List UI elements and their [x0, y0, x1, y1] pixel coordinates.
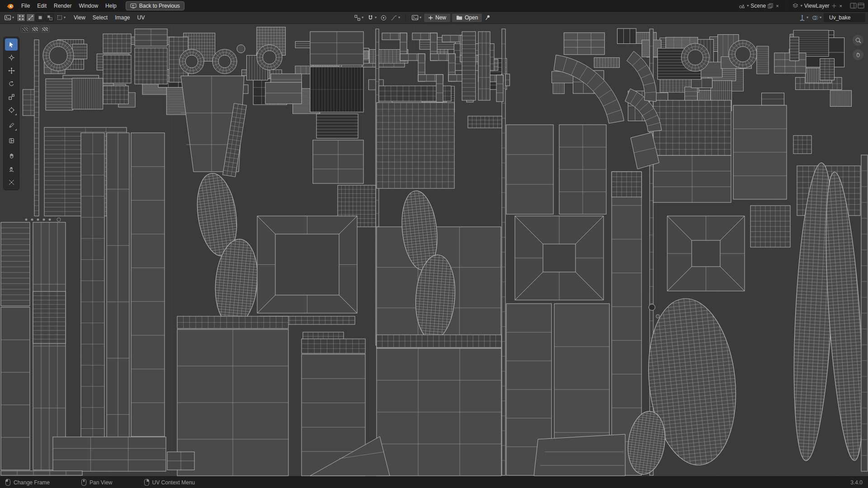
zoom-icon [855, 37, 862, 44]
proportional-icon [380, 14, 387, 21]
uv-select-mode-group [17, 14, 54, 22]
pin-image-button[interactable] [483, 14, 492, 22]
move-tool[interactable] [5, 65, 18, 77]
scene-selector[interactable]: ▾ Scene × [736, 2, 782, 9]
menu-help[interactable]: Help [102, 1, 120, 10]
move-icon [8, 67, 15, 74]
scale-icon [8, 94, 15, 100]
editor-type-caret-icon: ▾ [12, 16, 14, 19]
snap-button[interactable]: ▾ [366, 14, 378, 22]
select-chip-2[interactable] [31, 26, 39, 33]
viewlayer-caret-icon: ▾ [801, 4, 802, 8]
window-icon[interactable] [858, 3, 864, 9]
pivot-caret-icon: ▾ [362, 16, 363, 19]
open-image-label: Open [465, 14, 478, 21]
pinch-tool[interactable] [5, 176, 18, 188]
image-icon [411, 14, 419, 21]
viewlayer-name: ViewLayer [804, 3, 830, 9]
pin-icon [485, 14, 491, 21]
pan-gizmo-button[interactable] [853, 49, 863, 60]
menu-uv[interactable]: UV [134, 13, 149, 22]
rip-region-icon [8, 137, 15, 144]
plus-icon [428, 15, 433, 20]
magnet-icon [367, 14, 374, 21]
pinch-icon [8, 179, 15, 186]
status-uv-context-menu: UV Context Menu [144, 479, 195, 486]
image-name-field[interactable]: Uv_bake [824, 13, 865, 22]
overlays-toggle-button[interactable]: ▾ [811, 14, 823, 22]
relax-tool[interactable] [5, 163, 18, 175]
face-mode-icon [37, 14, 43, 21]
sticky-selection-icon [57, 14, 63, 21]
grab-tool[interactable] [5, 150, 18, 162]
annotate-tool[interactable] [5, 119, 18, 131]
face-select-mode-button[interactable] [36, 14, 44, 22]
select-chip-1[interactable] [21, 26, 29, 33]
topbar-menus: File Edit Render Window Help [18, 1, 120, 10]
editor-type-button[interactable]: ▾ [3, 13, 15, 22]
rip-region-tool[interactable] [5, 135, 18, 147]
uv-selectmode-chips [21, 26, 49, 33]
tool-shelf [3, 37, 19, 190]
viewlayer-icon [792, 3, 799, 9]
uv-context-menu-label: UV Context Menu [152, 479, 195, 486]
menu-image[interactable]: Image [111, 13, 133, 22]
sticky-selection-button[interactable]: ▾ [55, 14, 67, 22]
menu-render[interactable]: Render [50, 1, 75, 10]
blender-logo-icon [6, 3, 14, 9]
select-box-tool[interactable] [5, 38, 18, 51]
folder-icon [456, 15, 462, 20]
relax-hand-icon [8, 166, 15, 173]
browse-image-button[interactable]: ▾ [410, 13, 423, 22]
blender-logo-menu[interactable] [4, 2, 17, 10]
select-chip-3[interactable] [41, 26, 49, 33]
editor-arrangement-icon[interactable] [850, 3, 857, 9]
scale-tool[interactable] [5, 91, 18, 103]
menu-select[interactable]: Select [89, 13, 111, 22]
snap-pivot-group: ▾ ▾ ▾ [353, 14, 401, 22]
divider [786, 2, 786, 9]
add-viewlayer-icon[interactable] [831, 3, 837, 9]
zoom-gizmo-button[interactable] [853, 35, 863, 46]
proportional-falloff-button[interactable]: ▾ [389, 14, 401, 22]
overlays-icon [812, 14, 819, 21]
pivot-point-button[interactable]: ▾ [353, 14, 365, 22]
cursor-tool[interactable] [5, 52, 18, 64]
menu-file[interactable]: File [18, 1, 33, 10]
mouse-right-icon [144, 479, 149, 486]
mouse-middle-icon [81, 479, 86, 486]
open-image-button[interactable]: Open [452, 13, 482, 23]
menu-view[interactable]: View [70, 13, 89, 22]
back-icon [130, 3, 137, 9]
menu-edit[interactable]: Edit [33, 1, 50, 10]
new-scene-icon[interactable] [768, 3, 773, 9]
transform-icon [8, 107, 15, 113]
new-image-button[interactable]: New [424, 13, 451, 23]
vertex-mode-icon [18, 14, 24, 21]
image-group: ▾ New Open [410, 13, 492, 23]
cursor-icon [8, 54, 15, 61]
falloff-caret-icon: ▾ [398, 16, 400, 19]
back-to-previous-button[interactable]: Back to Previous [126, 1, 184, 10]
uv-canvas[interactable] [0, 24, 868, 476]
rotate-tool[interactable] [5, 78, 18, 90]
new-image-label: New [435, 14, 446, 21]
vertex-select-mode-button[interactable] [17, 14, 25, 22]
editor-menus: View Select Image UV [70, 13, 148, 22]
uv-editor-header: ▾ [0, 12, 868, 24]
menu-window[interactable]: Window [75, 1, 102, 10]
pan-hand-icon [855, 52, 862, 58]
unlink-scene-icon[interactable]: × [775, 3, 779, 9]
uv-editor-icon [4, 14, 11, 21]
proportional-edit-button[interactable] [379, 14, 388, 22]
image-name-label: Uv_bake [829, 14, 850, 21]
snap-caret-icon: ▾ [375, 16, 377, 19]
gizmo-icon [799, 14, 806, 21]
gizmos-toggle-button[interactable]: ▾ [797, 14, 810, 22]
scene-caret-icon: ▾ [747, 4, 749, 8]
remove-viewlayer-icon[interactable]: × [839, 3, 843, 9]
edge-select-mode-button[interactable] [26, 14, 35, 22]
transform-tool[interactable] [5, 104, 18, 116]
viewlayer-selector[interactable]: ▾ ViewLayer × [790, 2, 845, 9]
island-select-mode-button[interactable] [45, 14, 54, 22]
